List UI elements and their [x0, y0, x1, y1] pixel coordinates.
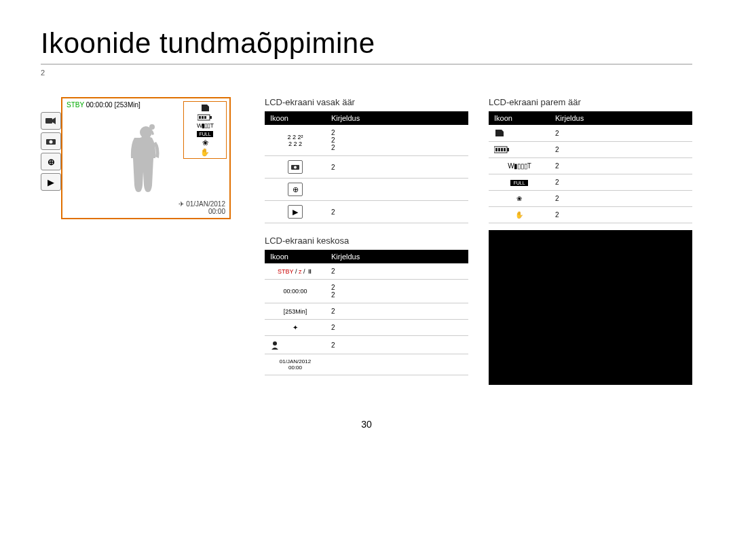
- icon-cell: [253Min]: [265, 303, 326, 320]
- desc-cell: [326, 354, 468, 375]
- icon-cell: ✦: [265, 320, 326, 336]
- sub-note: 2: [41, 69, 692, 77]
- lcd-clock-text: 00:00: [208, 208, 225, 215]
- mode-photo-icon[interactable]: [41, 132, 61, 150]
- zoom-icon: ⊕: [288, 183, 303, 196]
- card-icon: [494, 129, 544, 137]
- lcd-date-text: 01/JAN/2012: [186, 200, 225, 208]
- face-icon: [270, 340, 320, 350]
- desc-cell: 2: [326, 263, 468, 280]
- col-desc: Kirjeldus: [326, 111, 468, 125]
- airplane-icon: ✈: [178, 200, 184, 208]
- lcd-screen: STBY 00:00:00 [253Min] W▮▯▯T FULL ❀ ✋: [61, 97, 231, 219]
- svg-rect-7: [202, 116, 204, 119]
- right-table: Ikoon Kirjeldus 2 2 W▮▯▯▯T 2 FULL 2 ❀ 2: [489, 111, 692, 223]
- table-row: 00:00:00 2 2: [265, 280, 468, 303]
- table-row: ❀ 2: [489, 191, 692, 207]
- table-row: ✋ 2: [489, 207, 692, 223]
- table-row: 2 2 2² 2 2 2 2 2 2: [265, 125, 468, 156]
- desc-cell: 2 2 2: [326, 125, 468, 156]
- desc-cell: 2: [550, 142, 692, 158]
- icon-cell: ⊕: [265, 179, 326, 201]
- svg-rect-15: [507, 148, 509, 151]
- lcd-status-remain: [253Min]: [114, 101, 140, 109]
- svg-point-13: [273, 341, 277, 346]
- page-title: Ikoonide tundmaõppimine: [41, 27, 692, 60]
- lcd-date: ✈ 01/JAN/2012 00:00: [178, 200, 225, 215]
- battery-icon: [494, 146, 544, 153]
- desc-cell: 2: [326, 320, 468, 336]
- table-row: [253Min] 2: [265, 303, 468, 320]
- icon-cell: [489, 125, 550, 142]
- table-row: STBY / z / ⏸ 2: [265, 263, 468, 280]
- desc-cell: [326, 179, 468, 201]
- lcd-status-stby: STBY: [67, 101, 84, 109]
- svg-rect-17: [498, 148, 500, 151]
- lcd-status-line: STBY 00:00:00 [253Min]: [67, 101, 140, 109]
- icon-cell: [489, 142, 550, 158]
- col-desc: Kirjeldus: [550, 111, 692, 125]
- icon-cell: [265, 156, 326, 179]
- desc-cell: 2: [550, 191, 692, 207]
- page-number: 30: [41, 419, 692, 430]
- col-desc: Kirjeldus: [326, 250, 468, 263]
- full-icon: FULL: [510, 180, 527, 186]
- lcd-status-time: 00:00:00: [86, 101, 113, 109]
- desc-cell: 2: [326, 336, 468, 354]
- table-header: Ikoon Kirjeldus: [265, 111, 468, 125]
- left-table: Ikoon Kirjeldus 2 2 2² 2 2 2 2 2 2 2 ⊕ ▶…: [265, 111, 468, 223]
- table-row: 2: [489, 125, 692, 142]
- center-table: Ikoon Kirjeldus STBY / z / ⏸ 2 00:00:00 …: [265, 250, 468, 375]
- title-rule: [41, 64, 692, 64]
- table-row: ⊕: [265, 179, 468, 201]
- desc-cell: 2 2: [326, 280, 468, 303]
- desc-cell: 2: [550, 125, 692, 142]
- left-section-title: LCD-ekraani vasak äär: [265, 97, 468, 107]
- svg-rect-19: [504, 148, 506, 151]
- desc-cell: 2: [326, 303, 468, 320]
- card-icon: [200, 104, 210, 112]
- table-row: ▶ 2: [265, 201, 468, 223]
- hand-icon: ✋: [200, 149, 210, 156]
- icon-cell: ✋: [489, 207, 550, 223]
- table-row: FULL 2: [489, 174, 692, 191]
- hand-icon: ✋: [515, 211, 523, 219]
- star-icon: ✦: [293, 324, 298, 331]
- play-icon[interactable]: ▶: [41, 173, 61, 191]
- middle-column: LCD-ekraani vasak äär Ikoon Kirjeldus 2 …: [265, 97, 468, 385]
- table-row: ✦ 2: [265, 320, 468, 336]
- flower-icon: ❀: [516, 195, 522, 202]
- icon-cell: STBY / z / ⏸: [265, 263, 326, 280]
- icon-cell: 00:00:00: [265, 280, 326, 303]
- lcd-wrap: ⊕ ▶ STBY 00:00:00 [253Min] W▮▯▯T: [41, 97, 244, 219]
- main-layout: ⊕ ▶ STBY 00:00:00 [253Min] W▮▯▯T: [41, 97, 692, 385]
- icon-cell: W▮▯▯▯T: [489, 158, 550, 174]
- svg-point-10: [149, 124, 155, 130]
- zoom-icon[interactable]: ⊕: [41, 153, 61, 170]
- right-column: LCD-ekraani parem äär Ikoon Kirjeldus 2 …: [489, 97, 692, 385]
- center-section-title: LCD-ekraani keskosa: [265, 236, 468, 246]
- svg-point-12: [294, 166, 297, 169]
- svg-rect-8: [204, 116, 206, 119]
- lcd-side-icons: ⊕ ▶: [41, 112, 61, 191]
- image-placeholder: [489, 230, 692, 385]
- lcd-column: ⊕ ▶ STBY 00:00:00 [253Min] W▮▯▯T: [41, 97, 244, 385]
- desc-cell: 2: [550, 174, 692, 191]
- col-icon: Ikoon: [265, 250, 326, 263]
- flower-icon: ❀: [202, 139, 208, 147]
- svg-rect-18: [501, 148, 503, 151]
- table-header: Ikoon Kirjeldus: [489, 111, 692, 125]
- col-icon: Ikoon: [265, 111, 326, 125]
- svg-point-3: [50, 141, 53, 144]
- table-row: W▮▯▯▯T 2: [489, 158, 692, 174]
- icon-cell: 2 2 2² 2 2 2: [265, 125, 326, 156]
- right-section-title: LCD-ekraani parem äär: [489, 97, 692, 107]
- desc-cell: 2: [550, 158, 692, 174]
- desc-cell: 2: [326, 156, 468, 179]
- table-header: Ikoon Kirjeldus: [265, 250, 468, 263]
- icon-cell: FULL: [489, 174, 550, 191]
- icon-cell: ▶: [265, 201, 326, 223]
- mode-video-icon[interactable]: [41, 112, 61, 130]
- play-icon: ▶: [288, 205, 303, 219]
- icon-cell: ❀: [489, 191, 550, 207]
